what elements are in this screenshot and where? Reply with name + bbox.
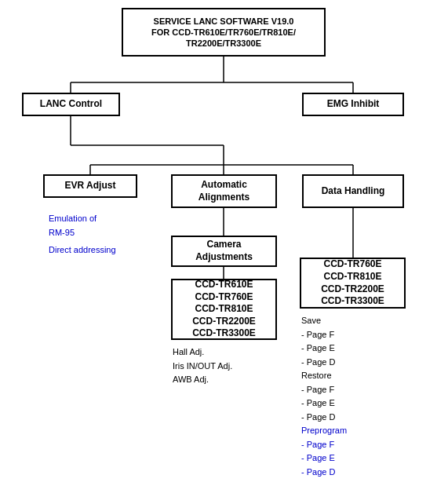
camera-box: Camera Adjustments (171, 236, 277, 267)
data-models-label: CCD-TR760E CCD-TR810E CCD-TR2200E CCD-TR… (321, 258, 384, 307)
root-label: SERVICE LANC SOFTWARE V19.0 FOR CCD-TR61… (151, 16, 296, 49)
data-save-label: Save - Page F - Page E - Page D (301, 314, 335, 369)
data-box: Data Handling (302, 174, 404, 208)
emg-box: EMG Inhibit (302, 93, 404, 116)
evr-sublabel: Emulation of RM-95 (49, 212, 97, 239)
data-preprogram-label: Preprogram - Page F - Page E - Page D (301, 424, 347, 479)
camera-models-label: CCD-TR610E CCD-TR760E CCD-TR810E CCD-TR2… (192, 279, 256, 340)
data-restore-label: Restore - Page F - Page E - Page D (301, 369, 335, 424)
data-models-box: CCD-TR760E CCD-TR810E CCD-TR2200E CCD-TR… (300, 258, 406, 309)
auto-box: Automatic Alignments (171, 174, 277, 208)
camera-label: Camera Adjustments (195, 239, 253, 263)
lanc-label: LANC Control (40, 98, 102, 111)
evr-label: EVR Adjust (65, 180, 116, 192)
diagram: SERVICE LANC SOFTWARE V19.0 FOR CCD-TR61… (0, 0, 448, 486)
lanc-box: LANC Control (22, 93, 120, 116)
evr-box: EVR Adjust (43, 174, 137, 198)
root-box: SERVICE LANC SOFTWARE V19.0 FOR CCD-TR61… (122, 8, 326, 57)
data-label: Data Handling (322, 185, 385, 198)
camera-models-box: CCD-TR610E CCD-TR760E CCD-TR810E CCD-TR2… (171, 279, 277, 340)
auto-label: Automatic Alignments (199, 179, 249, 203)
emg-label: EMG Inhibit (327, 98, 380, 111)
camera-sublabel: Hall Adj. Iris IN/OUT Adj. AWB Adj. (173, 345, 232, 387)
evr-sublabel2: Direct addressing (49, 243, 116, 258)
